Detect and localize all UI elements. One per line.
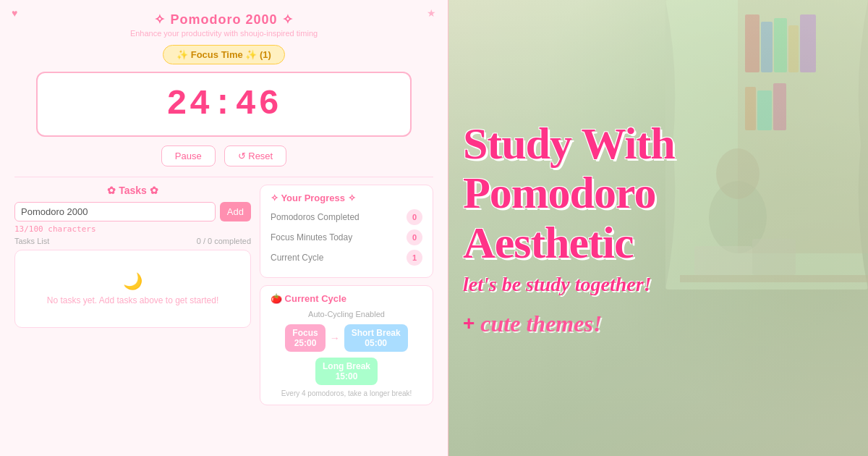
app-title: ✧ Pomodoro 2000 ✧ bbox=[14, 12, 433, 28]
timer-container: 24:46 bbox=[36, 72, 412, 137]
focus-label: Focus bbox=[292, 328, 318, 338]
headline-line2: Pomodoro bbox=[463, 168, 675, 217]
task-input-row: Add bbox=[14, 202, 251, 221]
progress-title: ✧ Your Progress ✧ bbox=[271, 193, 422, 203]
progress-panel: ✧ Your Progress ✧ Pomodoros Completed 0 … bbox=[260, 185, 433, 278]
task-list-header: Tasks List 0 / 0 completed bbox=[14, 237, 251, 245]
short-break-box: Short Break 05:00 bbox=[344, 324, 408, 352]
star-decoration-icon: ★ bbox=[427, 7, 436, 19]
minutes-value: 0 bbox=[407, 229, 422, 245]
app-header: ✧ Pomodoro 2000 ✧ Enhance your productiv… bbox=[14, 12, 433, 38]
sub-headline: let's be study together! bbox=[463, 273, 652, 296]
tab-focus-time[interactable]: ✨ Focus Time ✨ (1) bbox=[163, 45, 285, 64]
heart-decoration-icon: ♥ bbox=[12, 7, 17, 19]
photo-panel: Study With Pomodoro Aesthetic let's be s… bbox=[448, 0, 868, 456]
app-subtitle: Enhance your productivity with shoujo-in… bbox=[14, 29, 433, 38]
add-task-button[interactable]: Add bbox=[220, 202, 251, 221]
task-completed-count: 0 / 0 completed bbox=[197, 237, 251, 245]
tab-bar: ✨ Focus Time ✨ (1) bbox=[14, 45, 433, 64]
cute-themes-row: + cute themes! bbox=[463, 311, 602, 337]
headline-line1: Study With bbox=[463, 119, 675, 168]
task-list-label: Tasks List bbox=[14, 237, 49, 245]
long-break-label: Long Break bbox=[323, 361, 370, 371]
cycle-arrow-icon: → bbox=[330, 332, 340, 344]
cycle-note: Every 4 pomodoros, take a longer break! bbox=[271, 389, 422, 397]
focus-box: Focus 25:00 bbox=[285, 324, 325, 352]
headline-line3: Aesthetic bbox=[463, 218, 675, 267]
focus-time: 25:00 bbox=[292, 338, 318, 348]
pomodoros-label: Pomodoros Completed bbox=[271, 212, 359, 222]
tasks-section-title: ✿ Tasks ✿ bbox=[14, 185, 251, 196]
reset-button[interactable]: ↺ Reset bbox=[224, 145, 287, 166]
cycle-value: 1 bbox=[407, 250, 422, 266]
long-break-time: 15:00 bbox=[323, 371, 370, 381]
right-panels: ✧ Your Progress ✧ Pomodoros Completed 0 … bbox=[260, 185, 433, 405]
short-break-time: 05:00 bbox=[352, 338, 401, 348]
empty-message: No tasks yet. Add tasks above to get sta… bbox=[22, 295, 243, 305]
progress-row-cycle: Current Cycle 1 bbox=[271, 250, 422, 266]
minutes-label: Focus Minutes Today bbox=[271, 232, 352, 242]
app-panel: ♥ ★ ✧ Pomodoro 2000 ✧ Enhance your produ… bbox=[0, 0, 448, 456]
progress-row-minutes: Focus Minutes Today 0 bbox=[271, 229, 422, 245]
plus-icon: + bbox=[463, 312, 475, 335]
cycle-title: 🍅 Current Cycle bbox=[271, 293, 422, 304]
task-list-empty: 🌙 No tasks yet. Add tasks above to get s… bbox=[14, 250, 251, 328]
main-headline: Study With Pomodoro Aesthetic bbox=[463, 119, 675, 267]
progress-row-pomodoros: Pomodoros Completed 0 bbox=[271, 209, 422, 225]
cycle-label: Current Cycle bbox=[271, 253, 323, 263]
bottom-section: ✿ Tasks ✿ Add 13/100 characters Tasks Li… bbox=[14, 185, 433, 405]
cycle-flow: Focus 25:00 → Short Break 05:00 bbox=[271, 324, 422, 352]
overlay-text: Study With Pomodoro Aesthetic let's be s… bbox=[448, 0, 868, 456]
section-divider bbox=[14, 177, 433, 177]
cycle-panel: 🍅 Current Cycle Auto-Cycling Enabled Foc… bbox=[260, 285, 433, 405]
cycle-auto-label: Auto-Cycling Enabled bbox=[271, 310, 422, 318]
long-break-row: Long Break 15:00 bbox=[271, 358, 422, 385]
char-count: 13/100 characters bbox=[14, 224, 251, 234]
moon-icon: 🌙 bbox=[22, 272, 243, 291]
short-break-label: Short Break bbox=[352, 328, 401, 338]
pause-button[interactable]: Pause bbox=[161, 145, 216, 166]
tasks-panel: ✿ Tasks ✿ Add 13/100 characters Tasks Li… bbox=[14, 185, 251, 405]
timer-controls: Pause ↺ Reset bbox=[14, 145, 433, 166]
task-input[interactable] bbox=[14, 202, 216, 221]
timer-display: 24:46 bbox=[52, 85, 396, 124]
cute-themes-text: cute themes! bbox=[480, 311, 602, 337]
long-break-box: Long Break 15:00 bbox=[315, 358, 378, 385]
pomodoros-value: 0 bbox=[407, 209, 422, 225]
